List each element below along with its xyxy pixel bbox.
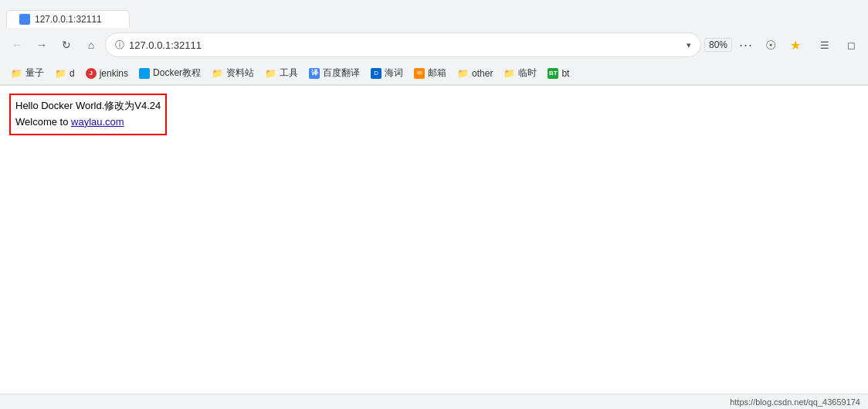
more-options-button[interactable]: ··· [735,34,757,56]
address-dropdown-icon[interactable]: ▾ [687,40,691,50]
home-icon: ⌂ [88,39,94,51]
address-input[interactable] [129,39,682,51]
browser-chrome: 127.0.0.1:32111 ← → ↻ ⌂ ⓘ ▾ 80% ··· ☉ ★ [0,0,868,86]
sidebar-button-2[interactable]: ◻ [840,34,862,56]
mail-icon: ✉ [414,68,425,79]
bookmark-label: 资料站 [226,66,254,80]
bookmark-label: 海词 [385,66,403,80]
folder-icon: 📁 [212,68,223,79]
zoom-level: 80% [704,38,732,52]
welcome-link[interactable]: waylau.com [71,116,124,128]
tab-favicon [19,14,30,25]
translate-icon: 译 [309,68,320,79]
shield-icon: ☉ [765,38,776,53]
bookmark-item-ziliao[interactable]: 📁 资料站 [207,65,259,81]
home-button[interactable]: ⌂ [80,34,102,56]
folder-icon: 📁 [265,68,276,79]
bookmark-star-button[interactable]: ★ [785,34,806,56]
refresh-button[interactable]: ↻ [56,34,77,56]
folder-icon: 📁 [11,68,22,79]
hello-text: Hello Docker World.修改为V4.24 [15,98,161,114]
info-icon: ⓘ [115,39,124,52]
status-bar: https://blog.csdn.net/qq_43659174 [0,394,868,409]
bookmark-item-haici[interactable]: D 海词 [366,65,408,81]
welcome-text: Welcome to waylau.com [15,114,161,131]
bookmarks-bar: 📁 量子 📁 d J jenkins Docker教程 📁 资料站 📁 工具 译… [0,62,868,85]
haici-icon: D [371,68,381,79]
jenkins-icon: J [86,68,97,79]
back-button[interactable]: ← [6,34,28,56]
refresh-icon: ↻ [62,39,71,51]
bookmark-label: jenkins [100,68,128,79]
bookmark-item-tools[interactable]: 📁 工具 [260,65,303,81]
profile-icon: ◻ [847,39,856,51]
lines-icon: ☰ [820,39,829,51]
bookmark-item-jenkins[interactable]: J jenkins [81,66,133,80]
bookmark-item-translate[interactable]: 译 百度翻译 [304,65,364,81]
star-icon: ★ [790,38,801,53]
bookmark-label: 量子 [25,66,44,80]
tab-bar: 127.0.0.1:32111 [0,0,868,28]
bookmark-label: Docker教程 [153,66,201,80]
status-url: https://blog.csdn.net/qq_43659174 [730,397,860,407]
bookmark-label: 邮箱 [428,66,446,80]
docker-icon [139,68,150,79]
folder-icon: 📁 [457,68,469,79]
bookmark-item-d[interactable]: 📁 d [50,66,80,80]
bookmark-item-liangzi[interactable]: 📁 量子 [6,65,49,81]
bt-icon: BT [548,68,558,79]
sidebar-icons: ☰ ◻ [809,34,862,56]
tab-title: 127.0.0.1:32111 [35,14,102,25]
forward-button[interactable]: → [31,34,53,56]
bookmark-item-mail[interactable]: ✉ 邮箱 [409,65,451,81]
page-content: Hello Docker World.修改为V4.24 Welcome to w… [0,86,868,409]
content-area: Hello Docker World.修改为V4.24 Welcome to w… [9,94,167,135]
nav-bar: ← → ↻ ⌂ ⓘ ▾ 80% ··· ☉ ★ ☰ [0,28,868,62]
folder-icon: 📁 [504,68,515,79]
folder-icon: 📁 [55,68,66,79]
bookmark-item-docker[interactable]: Docker教程 [134,65,205,81]
bookmark-item-linshi[interactable]: 📁 临时 [499,65,541,81]
bookmark-item-bt[interactable]: BT bt [543,66,574,80]
bookmark-label: 百度翻译 [323,66,360,80]
sidebar-button-1[interactable]: ☰ [814,34,836,56]
ellipsis-icon: ··· [739,37,753,53]
shield-button[interactable]: ☉ [760,34,782,56]
bookmark-item-other[interactable]: 📁 other [453,66,497,80]
bookmark-label: 工具 [280,66,298,80]
address-bar-container: ⓘ ▾ [105,32,701,57]
browser-tab[interactable]: 127.0.0.1:32111 [6,10,130,28]
forward-icon: → [36,39,47,51]
back-icon: ← [12,39,22,51]
bookmark-label: d [70,68,75,79]
bookmark-label: bt [561,68,569,79]
bookmark-label: 临时 [518,66,537,80]
welcome-prefix: Welcome to [15,116,71,128]
bookmark-label: other [472,68,493,79]
